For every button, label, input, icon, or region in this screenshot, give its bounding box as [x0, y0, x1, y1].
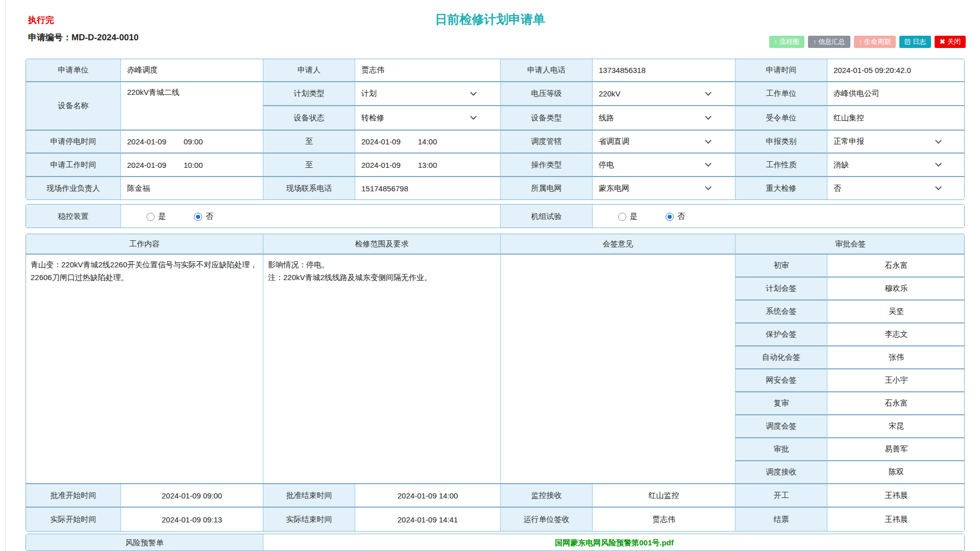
power-grid-label: 所属电网: [501, 177, 593, 199]
log-button[interactable]: 日志: [899, 36, 931, 48]
applicant-phone-label: 申请人电话: [501, 59, 593, 82]
scope-impact-line: 影响情况：停电。: [268, 259, 496, 271]
radio-options-table: 稳控装置 是 否 机组试验 是 否: [26, 204, 965, 228]
order-unit-label: 受令单位: [736, 106, 827, 131]
declare-category-value: 正常申报: [834, 137, 864, 146]
approval-label: 自动化会签: [736, 346, 827, 369]
outage-time-label: 申请停电时间: [26, 131, 121, 154]
order-unit-value: 红山集控: [827, 106, 965, 131]
up-arrow-icon: ↑: [774, 38, 778, 46]
site-leader-value: 陈金福: [121, 177, 263, 199]
work-unit-value: 赤峰供电公司: [827, 82, 965, 106]
maintenance-plan-form-page: 执行完 日前检修计划申请单 申请编号：MD-D-2024-0010 ↑ 流程图 …: [0, 0, 980, 551]
device-type-label: 设备类型: [501, 106, 593, 131]
approval-label: 审批: [736, 438, 827, 461]
approval-label: 调度会签: [736, 415, 827, 438]
date-value: 2024-01-09: [127, 137, 166, 146]
approval-signature: 宋昆: [827, 415, 965, 438]
date-value: 2024-01-09: [361, 137, 401, 146]
voltage-level-select[interactable]: 220kV: [593, 82, 736, 106]
unit-test-no-radio[interactable]: 否: [666, 212, 685, 221]
chevron-down-icon: [705, 89, 712, 96]
declare-category-select[interactable]: 正常申报: [827, 131, 965, 154]
declare-category-label: 申报类别: [736, 131, 827, 154]
chevron-down-icon: [470, 89, 477, 96]
device-state-select[interactable]: 转检修: [355, 106, 501, 131]
info-summary-button[interactable]: ↑ 信息汇总: [808, 36, 850, 48]
unit-test-yes-label: 是: [630, 212, 638, 221]
plan-type-label: 计划类型: [263, 82, 355, 106]
chevron-down-icon: [935, 184, 942, 190]
approval-signature: 李志文: [827, 323, 965, 346]
operation-type-select[interactable]: 停电: [593, 154, 736, 177]
work-nature-select[interactable]: 消缺: [827, 154, 965, 177]
major-maintenance-select[interactable]: 否: [827, 177, 965, 199]
stability-yes-radio[interactable]: 是: [146, 212, 166, 221]
approval-signature: 张伟: [827, 346, 965, 369]
power-grid-select[interactable]: 蒙东电网: [593, 177, 736, 199]
start-work-label: 开工: [736, 484, 827, 508]
unit-test-radio-group: 是 否: [593, 205, 965, 228]
toolbar: ↑ 流程图 ↑ 信息汇总 ↑ 生命周期 日志 ✖ 关闭: [769, 36, 966, 48]
stability-no-radio[interactable]: 否: [194, 212, 213, 221]
apply-time-label: 申请时间: [736, 59, 827, 82]
apply-unit-value: 赤峰调度: [121, 59, 263, 82]
application-number: 申请编号：MD-D-2024-0010: [28, 32, 138, 43]
approval-signature: 石永富: [827, 392, 965, 415]
approval-label: 保护会签: [736, 323, 827, 346]
chevron-down-icon: [705, 184, 712, 190]
unit-test-yes-radio[interactable]: 是: [618, 212, 638, 221]
chevron-down-icon: [705, 113, 712, 120]
basic-info-table: 申请单位 赤峰调度 申请人 贾志伟 申请人电话 13734856318 申请时间…: [26, 59, 965, 200]
countersign-opinion-text: [501, 255, 736, 484]
risk-pdf-link[interactable]: 国网蒙东电网风险预警第001号.pdf: [555, 538, 674, 548]
flow-chart-button[interactable]: ↑ 流程图: [769, 36, 805, 48]
applicant-value: 贾志伟: [355, 59, 501, 82]
work-unit-label: 工作单位: [736, 82, 827, 106]
approval-label: 初审: [736, 255, 827, 278]
major-maintenance-value: 否: [834, 184, 841, 193]
scope-header: 检修范围及要求: [263, 234, 501, 255]
operation-type-label: 操作类型: [501, 154, 593, 177]
major-maintenance-label: 重大检修: [736, 177, 827, 199]
radio-selected-icon: [194, 213, 202, 221]
operation-type-value: 停电: [599, 160, 614, 170]
stability-device-radio-group: 是 否: [121, 205, 501, 228]
applicant-phone-value: 13734856318: [593, 59, 736, 82]
approval-signature: 石永富: [827, 255, 965, 278]
date-value: 2024-01-09: [127, 161, 166, 169]
chevron-down-icon: [935, 137, 942, 144]
close-button-label: 关闭: [947, 38, 961, 46]
risk-warning-cell: 国网蒙东电网风险预警第001号.pdf: [263, 534, 965, 551]
page-title: 日前检修计划申请单: [0, 11, 980, 28]
approval-label: 系统会签: [736, 300, 827, 323]
outage-end-datetime: 2024-01-09 14:00: [355, 131, 501, 154]
actual-end-label: 实际结束时间: [263, 508, 355, 531]
scope-note-line: 注：220kV青城2线线路及城东变侧间隔无作业。: [268, 271, 496, 284]
approval-label: 复审: [736, 392, 827, 415]
chevron-down-icon: [705, 160, 712, 167]
close-icon: ✖: [940, 38, 945, 46]
dispatch-jurisdiction-value: 省调直调: [599, 137, 629, 146]
site-leader-label: 现场作业负责人: [26, 177, 121, 199]
apply-unit-label: 申请单位: [26, 59, 121, 82]
approval-label: 计划会签: [736, 278, 827, 300]
plan-type-select[interactable]: 计划: [355, 82, 501, 106]
close-button[interactable]: ✖ 关闭: [935, 36, 966, 48]
approval-signature: 王小宇: [827, 369, 965, 392]
lifecycle-button[interactable]: ↑ 生命周期: [854, 36, 896, 48]
lifecycle-button-label: 生命周期: [864, 38, 891, 46]
approved-start-value: 2024-01-09 09:00: [121, 484, 263, 508]
dispatch-jurisdiction-label: 调度管辖: [501, 131, 593, 154]
actual-start-label: 实际开始时间: [26, 508, 121, 531]
outage-to-label: 至: [263, 131, 355, 154]
application-number-label: 申请编号：: [28, 33, 71, 42]
work-end-datetime: 2024-01-09 13:00: [355, 154, 501, 177]
apply-time-value: 2024-01-05 09:20:42.0: [827, 59, 965, 82]
work-content-text: 青山变：220kV青城2线2260开关位置信号与实际不对应缺陷处理，22606刀…: [26, 255, 263, 484]
approval-signature: 吴坚: [827, 300, 965, 323]
approval-signature: 穆欢乐: [827, 278, 965, 300]
device-type-select[interactable]: 线路: [593, 106, 736, 131]
run-unit-sign-value: 贾志伟: [593, 508, 736, 531]
dispatch-jurisdiction-select[interactable]: 省调直调: [593, 131, 736, 154]
